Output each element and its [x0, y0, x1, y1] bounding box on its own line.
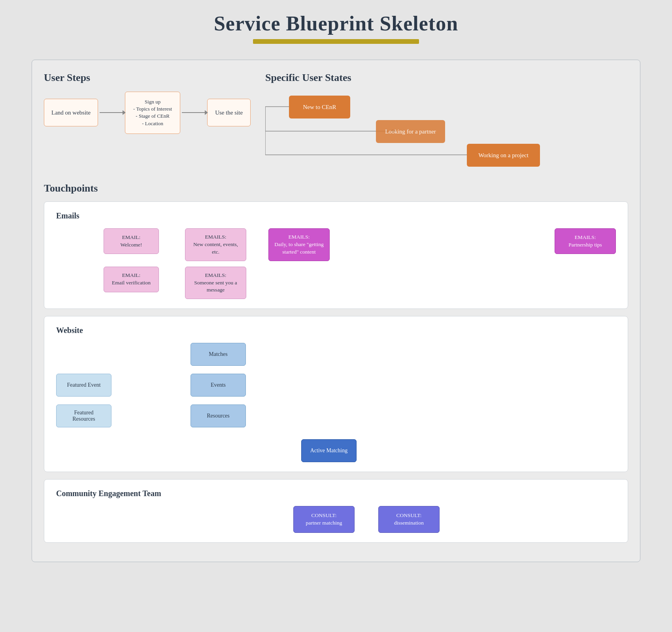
- emails-grid: EMAIL: Welcome! EMAILS: New content, eve…: [104, 228, 616, 299]
- email-new-content: EMAILS: New content, events, etc.: [185, 228, 246, 261]
- website-layout: Matches Featured Event Events Featured R…: [56, 343, 616, 462]
- sus-label: Specific User States: [265, 72, 628, 84]
- email-partnership-tips: EMAILS: Partnership tips: [555, 228, 616, 254]
- email-verification: EMAIL: Email verification: [104, 267, 159, 292]
- cet-card: Community Engagement Team CONSULT: partn…: [44, 479, 628, 543]
- website-events-row: Featured Event Events: [56, 374, 616, 397]
- website-active-matching: Active Matching: [301, 439, 357, 462]
- website-resources: Resources: [191, 404, 246, 427]
- email-daily: EMAILS: Daily, to share "getting started…: [268, 228, 330, 261]
- email-welcome: EMAIL: Welcome!: [104, 228, 159, 254]
- user-steps-label: User Steps: [44, 72, 265, 84]
- emails-label: Emails: [56, 211, 616, 220]
- website-label: Website: [56, 326, 616, 335]
- touchpoints-label: Touchpoints: [44, 182, 628, 194]
- website-featured-event: Featured Event: [56, 374, 111, 397]
- website-events: Events: [191, 374, 246, 397]
- sus-flow: New to CEnR Looking for a partner Workin…: [265, 92, 628, 171]
- emails-card: Emails EMAIL: Welcome! EMAILS: New conte…: [44, 201, 628, 309]
- consult-dissemination: CONSULT: dissemination: [378, 506, 440, 533]
- specific-user-states-section: Specific User States: [265, 72, 628, 171]
- emails-row-2: EMAIL: Email verification EMAILS: Someon…: [104, 267, 616, 299]
- cet-content: CONSULT: partner matching CONSULT: disse…: [56, 506, 616, 533]
- step-use-site: Use the site: [207, 99, 251, 126]
- website-card: Website Matches Featured Event Events Fe…: [44, 316, 628, 472]
- top-section: User Steps Land on website Sign up - Top…: [44, 72, 628, 171]
- user-steps-section: User Steps Land on website Sign up - Top…: [44, 72, 265, 134]
- website-featured-resources: Featured Resources: [56, 404, 111, 427]
- website-resources-row: Featured Resources Resources: [56, 404, 616, 427]
- website-active-matching-row: Active Matching: [56, 439, 616, 462]
- main-container: User Steps Land on website Sign up - Top…: [32, 60, 640, 562]
- website-matches: Matches: [191, 343, 246, 366]
- arrow-2: [182, 112, 206, 113]
- state-looking-for-partner: Looking for a partner: [376, 120, 445, 143]
- state-new-to-cenr: New to CEnR: [289, 96, 350, 118]
- title-underline: [253, 39, 419, 44]
- state-working-on-project: Working on a project: [467, 144, 540, 167]
- user-steps-flow: Land on website Sign up - Topics of Inte…: [44, 92, 265, 134]
- consult-partner-matching: CONSULT: partner matching: [293, 506, 355, 533]
- arrow-1: [100, 112, 123, 113]
- website-matches-row: Matches: [56, 343, 616, 366]
- emails-row-1: EMAIL: Welcome! EMAILS: New content, eve…: [104, 228, 616, 261]
- email-someone-sent: EMAILS: Someone sent you a message: [185, 267, 246, 299]
- page-title: Service Blueprint Skeleton: [32, 12, 640, 35]
- step-land-on-website: Land on website: [44, 99, 98, 126]
- step-sign-up: Sign up - Topics of Interest - Stage of …: [125, 92, 180, 134]
- cet-label: Community Engagement Team: [56, 489, 616, 498]
